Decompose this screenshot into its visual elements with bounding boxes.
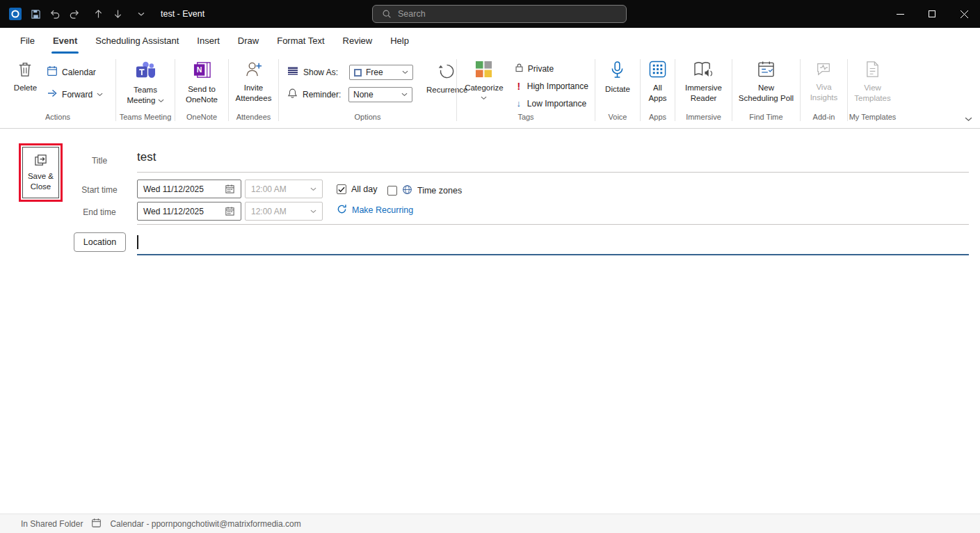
undo-button[interactable]: [45, 3, 65, 24]
end-date-input[interactable]: Wed 11/12/2025: [137, 202, 241, 221]
move-down-button[interactable]: [108, 3, 127, 24]
collapse-ribbon-button[interactable]: [963, 115, 974, 124]
private-button[interactable]: Private: [513, 62, 556, 75]
immersive-reader-button[interactable]: Immersive Reader: [682, 58, 725, 105]
low-importance-icon: ↓: [515, 98, 523, 109]
view-templates-button[interactable]: View Templates: [851, 58, 894, 105]
lock-icon: [515, 63, 524, 74]
ribbon-group-addin: Viva Insights Add-in: [801, 54, 847, 128]
ribbon-group-my-templates: View Templates My Templates: [848, 54, 897, 128]
text-cursor: [137, 235, 138, 249]
show-as-select[interactable]: Free: [349, 65, 413, 80]
tab-format-text[interactable]: Format Text: [268, 28, 333, 54]
show-as-icon: [287, 66, 298, 79]
ribbon-group-options: Show As: Free Reminder: None: [279, 54, 456, 128]
delete-icon: [17, 61, 33, 80]
chevron-down-icon: [97, 93, 103, 97]
low-importance-button[interactable]: ↓ Low Importance: [513, 97, 588, 109]
send-to-onenote-button[interactable]: N Send to OneNote: [182, 58, 221, 106]
svg-text:N: N: [196, 65, 202, 74]
tab-insert[interactable]: Insert: [188, 28, 229, 54]
arrow-up-icon: [94, 9, 103, 19]
reminder-label: Reminder:: [303, 90, 344, 100]
forward-button[interactable]: Forward: [45, 87, 105, 102]
ribbon-group-immersive: Immersive Reader Immersive: [675, 54, 732, 128]
viva-insights-button[interactable]: Viva Insights: [807, 58, 842, 104]
save-close-button[interactable]: Save & Close: [22, 147, 59, 198]
dictate-button[interactable]: Dictate: [602, 58, 634, 97]
location-input[interactable]: [137, 230, 969, 253]
move-up-button[interactable]: [88, 3, 108, 24]
titlebar: test - Event Search: [0, 0, 980, 28]
quick-save-button[interactable]: [26, 3, 45, 24]
ribbon-group-apps: All Apps Apps: [641, 54, 675, 128]
ribbon-group-attendees: Invite Attendees Attendees: [229, 54, 278, 128]
group-label-find-time: Find Time: [732, 113, 800, 128]
all-day-checkbox[interactable]: All day: [337, 184, 378, 194]
save-close-icon: [34, 154, 47, 169]
chevron-down-icon: [401, 93, 408, 97]
tab-scheduling-assistant[interactable]: Scheduling Assistant: [86, 28, 188, 54]
search-placeholder: Search: [398, 9, 426, 19]
group-label-attendees: Attendees: [229, 113, 278, 128]
start-time-select[interactable]: 12:00 AM: [245, 180, 323, 198]
time-zones-checkbox[interactable]: Time zones: [387, 184, 462, 197]
globe-icon: [402, 184, 412, 197]
statusbar: In Shared Folder Calendar - ppornpongcho…: [0, 514, 980, 533]
all-apps-button[interactable]: All Apps: [645, 58, 670, 105]
chevron-down-icon: [965, 117, 972, 122]
redo-button[interactable]: [65, 3, 84, 24]
annotation-rectangle: Save & Close: [19, 143, 63, 202]
categorize-button[interactable]: Categorize: [461, 58, 507, 102]
group-label-my-templates: My Templates: [848, 113, 897, 128]
title-input[interactable]: test: [137, 150, 415, 164]
group-label-actions: Actions: [0, 113, 115, 128]
title-underline: [137, 172, 969, 173]
delete-button[interactable]: Delete: [10, 58, 40, 95]
tab-draw[interactable]: Draw: [229, 28, 268, 54]
chevron-down-icon: [138, 12, 145, 17]
apps-grid-icon: [649, 61, 666, 80]
ribbon-group-tags: Categorize Private ! High Importance ↓ L…: [457, 54, 595, 128]
window-title: test - Event: [161, 9, 204, 19]
qat-customize-button[interactable]: [131, 3, 151, 24]
high-importance-icon: !: [515, 81, 523, 92]
group-label-voice: Voice: [595, 113, 640, 128]
ribbon-tabs: File Event Scheduling Assistant Insert D…: [0, 28, 980, 54]
tab-review[interactable]: Review: [334, 28, 382, 54]
time-zones-checkbox-box: [387, 186, 397, 196]
datepicker-icon: [225, 206, 235, 216]
time-zones-label: Time zones: [417, 186, 462, 196]
close-button[interactable]: [948, 0, 980, 28]
event-form: Save & Close Title test Start time Wed 1…: [0, 129, 980, 514]
tab-file[interactable]: File: [11, 28, 44, 54]
ribbon-group-find-time: New Scheduling Poll Find Time: [732, 54, 800, 128]
datepicker-icon: [225, 184, 235, 194]
outlook-app-icon: [9, 8, 22, 20]
title-label: Title: [61, 156, 138, 166]
minimize-button[interactable]: [884, 0, 916, 28]
maximize-icon: [929, 10, 935, 17]
new-scheduling-poll-button[interactable]: New Scheduling Poll: [735, 58, 797, 105]
show-as-label: Show As:: [303, 67, 344, 77]
teams-meeting-button[interactable]: Teams Meeting: [123, 58, 167, 107]
location-button[interactable]: Location: [74, 232, 126, 252]
reminder-bell-icon: [287, 88, 298, 102]
search-box[interactable]: Search: [372, 5, 627, 23]
recurrence-icon: [438, 63, 456, 82]
recurring-icon: [337, 204, 347, 216]
end-time-select[interactable]: 12:00 AM: [245, 202, 323, 221]
group-label-onenote: OneNote: [175, 113, 228, 128]
start-date-input[interactable]: Wed 11/12/2025: [137, 180, 241, 198]
viva-insights-icon: [815, 61, 832, 79]
tab-event[interactable]: Event: [44, 28, 86, 54]
tab-help[interactable]: Help: [381, 28, 418, 54]
make-recurring-button[interactable]: Make Recurring: [337, 202, 413, 218]
calendar-button[interactable]: Calendar: [45, 65, 98, 79]
reminder-select[interactable]: None: [348, 87, 412, 102]
maximize-button[interactable]: [916, 0, 948, 28]
group-label-immersive: Immersive: [675, 113, 732, 128]
invite-attendees-button[interactable]: Invite Attendees: [232, 58, 275, 105]
high-importance-button[interactable]: ! High Importance: [513, 80, 591, 93]
location-underline: [137, 254, 969, 255]
